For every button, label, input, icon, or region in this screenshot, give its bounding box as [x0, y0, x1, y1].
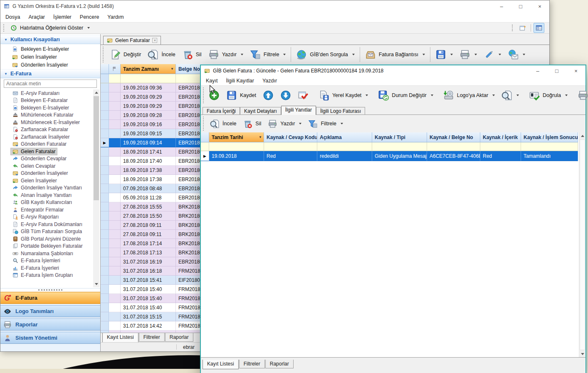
onayla-button[interactable]	[294, 88, 312, 102]
filter-cell[interactable]	[317, 142, 372, 151]
incele-button[interactable]: İncele	[207, 117, 240, 130]
scroll-down-arrow[interactable]	[579, 351, 586, 357]
main-titlebar[interactable]: G Yazılım Orkestra E-Fatura v1.2 (build …	[0, 0, 549, 12]
sidebar-item-gonderilen-faturalar[interactable]: Gönderilen Faturalar	[0, 141, 93, 148]
sidebar-item-gelen-irsaliyeler[interactable]: Gelen İrsaliyeler	[0, 177, 93, 184]
sidebar-item-zarflanacak-irsaliyeler[interactable]: Zarflanacak İrsaliyeler	[0, 133, 93, 141]
column-header-tanzim-tarihi[interactable]: Tanzim Tarihi▼	[209, 132, 264, 142]
sidebar-section-efatura[interactable]: ▼ E-Fatura	[0, 69, 100, 78]
yazdir-menu-button[interactable]	[456, 47, 480, 62]
column-header-tanzim-zamani[interactable]: Tanzim Zamanı▼	[121, 64, 176, 74]
tab-kayit-detaylari[interactable]: Kayıt Detayları	[240, 107, 281, 114]
sidebar-item-bekleyen-e-irsaliyeler[interactable]: Bekleyen E-İrsaliyeler	[0, 45, 100, 53]
sil-button[interactable]: Sil	[179, 47, 205, 62]
sidebar-item-numaralama-sablonlari[interactable]: Numaralama Şablonları	[0, 250, 93, 257]
column-header-kaynak-belge-no[interactable]: Kaynak / Belge No	[427, 132, 480, 142]
sidebar-item-gonderilen-irsaliyeler[interactable]: Gönderilen İrsaliyeler	[0, 170, 93, 177]
filtrele-button[interactable]: Filtrele	[305, 117, 346, 130]
menu-yazdir[interactable]: Yazdır	[258, 78, 281, 84]
sidebar-item-gelen-cevaplar[interactable]: Gelen Cevaplar	[0, 162, 93, 170]
search-input[interactable]	[4, 80, 97, 88]
column-header-aciklama[interactable]: Açıklama	[317, 132, 372, 142]
sidebar-item-gonderilen-irsaliyeler[interactable]: Gönderilen İrsaliyeler	[0, 61, 100, 69]
menu-kayit[interactable]: Kayıt	[202, 78, 222, 84]
sidebar-item-muhurlenecek-faturalar[interactable]: Mühürlenecek Faturalar	[0, 112, 93, 119]
filter-cell[interactable]	[101, 74, 109, 83]
kaydet-menu-button[interactable]	[432, 47, 456, 62]
maximize-button[interactable]: □	[511, 0, 530, 12]
menu-araclar[interactable]: Araçlar	[24, 14, 49, 20]
sidebar-item-e-arsiv-raporlari[interactable]: E-Arşiv Raporları	[0, 214, 93, 221]
fatura-baglantisi-button[interactable]: Fatura Bağlantısı	[362, 47, 428, 62]
filter-cell[interactable]	[209, 142, 264, 151]
sidebar-item-gelen-faturalar[interactable]: Gelen Faturalar	[0, 148, 93, 155]
table-row[interactable]: ▶19.09.2018RedrededildiGiden Uygulama Me…	[201, 151, 579, 161]
accordion-e-fatura[interactable]: E-Fatura	[0, 292, 100, 304]
sidebar-section-user-shortcuts[interactable]: ▼ Kullanıcı Kısayolları	[0, 35, 100, 44]
tab-kayit-listesi[interactable]: Kayıt Listesi	[102, 333, 138, 343]
minimize-button[interactable]: –	[528, 65, 547, 76]
column-header-kaynak-cevap-kodu[interactable]: Kaynak / Cevap Kodu	[264, 132, 317, 142]
scroll-up-arrow[interactable]	[93, 90, 99, 96]
toolbar-drag-handle[interactable]	[103, 47, 105, 62]
menu-yardim[interactable]: Yardım	[103, 14, 128, 20]
sidebar-item-alinan-irsaliye-yanitlari[interactable]: Alınan İrsaliye Yanıtları	[0, 191, 93, 199]
new-window-button[interactable]	[517, 23, 528, 33]
sidebar-item-e-fatura-islemleri[interactable]: E-Fatura İşlemleri	[0, 257, 93, 265]
menu-pencere[interactable]: Pencere	[76, 14, 104, 20]
scroll-down-arrow[interactable]	[93, 281, 99, 287]
yazdir-buton-button[interactable]	[574, 88, 588, 102]
filter-cell[interactable]	[121, 74, 176, 83]
sidebar-item-muhurlenecek-e-irsaliyeler[interactable]: Mühürlenecek E-İrsaliyeler	[0, 119, 93, 126]
tab-filtreler[interactable]: Filtreler	[139, 333, 165, 342]
filtrele-button[interactable]: Filtrele	[247, 47, 289, 62]
filter-cell[interactable]	[480, 142, 521, 151]
yazdir-button[interactable]: Yazdır	[264, 117, 305, 130]
sidebar-item-gonderilen-cevaplar[interactable]: Gönderilen Cevaplar	[0, 155, 93, 163]
durum-degistir-button[interactable]: Durum Değiştir	[375, 88, 436, 102]
reminder-toggle-button[interactable]: Hatırlatma Öğelerini Göster	[7, 23, 93, 33]
accordion-logo-tanimlari[interactable]: Logo Tanımları	[0, 305, 100, 317]
sidebar-item-e-fatura-isyerleri[interactable]: E-Fatura İşyerleri	[0, 264, 93, 272]
tab-ilgili-yanitlar[interactable]: İlgili Yanıtlar	[281, 106, 316, 115]
toolbar-drag-handle[interactable]	[3, 24, 5, 32]
child-titlebar[interactable]: GİB Gelen Fatura : Güncelle - Gelen Fatu…	[201, 65, 586, 76]
gibden-sorgula-button[interactable]: GİB'den Sorgula	[293, 47, 358, 62]
toolbar-drag-handle[interactable]	[203, 117, 205, 131]
filter-cell[interactable]	[372, 142, 427, 151]
column-header-kaynak-tipi[interactable]: Kaynak / Tipi	[372, 132, 427, 142]
dogrula-button[interactable]: Doğrula	[526, 88, 571, 102]
sidebar-item-gib-tum-faturalari-sorgula[interactable]: GİB Tüm Faturaları Sorgula	[0, 228, 93, 236]
tab-filtreler[interactable]: Filtreler	[239, 360, 265, 368]
filter-cell[interactable]	[427, 142, 480, 151]
accordion-splitter[interactable]	[0, 288, 100, 291]
sidebar-item-portalde-bekleyen-faturalar[interactable]: Portalde Bekleyen Faturalar	[0, 243, 93, 250]
tab-fatura-icerigi[interactable]: Fatura İçeriği	[203, 107, 240, 114]
yazdir-button[interactable]: Yazdır	[205, 47, 247, 62]
scrollbar-thumb[interactable]	[580, 139, 585, 350]
sidebar-item-entegrator-firmalar[interactable]: Entegratör Firmalar	[0, 206, 93, 214]
column-header-kaynak-icerik[interactable]: Kaynak / İçerik	[480, 132, 521, 142]
tree-scrollbar[interactable]	[93, 90, 99, 287]
onceki-kayit-button[interactable]	[259, 88, 277, 102]
tab-ilgili-logo-faturasi[interactable]: İlgili Logo Faturası	[316, 107, 365, 114]
logoya-aktar-button[interactable]: Logo'ya Aktar	[440, 88, 498, 102]
sidebar-item-bekleyen-e-irsaliyeler[interactable]: Bekleyen E-İrsaliyeler	[0, 104, 93, 112]
filter-cell[interactable]	[201, 142, 209, 151]
sidebar-item-gib-kayitli-kullanicilari[interactable]: GİB Kayıtlı Kullanıcıları	[0, 199, 93, 206]
kaydet-button[interactable]: Kaydet	[223, 88, 259, 102]
toolbar-drag-handle[interactable]	[203, 87, 204, 103]
degistir-button[interactable]: Değiştir	[106, 47, 144, 62]
minimize-button[interactable]: –	[492, 0, 511, 12]
column-header-kaynak-islem-sonucu[interactable]: Kaynak / İşlem Sonucu	[521, 132, 578, 142]
accordion-raporlar[interactable]: Raporlar	[0, 318, 100, 331]
tab-kayit-listesi[interactable]: Kayıt Listesi	[203, 360, 239, 369]
sidebar-item-gelen-irsaliyeler[interactable]: Gelen İrsaliyeler	[0, 53, 100, 61]
menu-islemler[interactable]: İşlemler	[49, 14, 76, 20]
accordion-sistem-yonetimi[interactable]: Sistem Yönetimi	[0, 332, 100, 344]
layout-toggle-button[interactable]	[534, 23, 544, 33]
sidebar-item-bekleyen-e-faturalar[interactable]: Bekleyen E-Faturalar	[0, 97, 93, 104]
tab-gelen-faturalar[interactable]: Gelen Faturalar ×	[103, 36, 161, 45]
incele-menu-button[interactable]	[498, 88, 522, 102]
scrollbar-thumb[interactable]	[94, 96, 99, 200]
